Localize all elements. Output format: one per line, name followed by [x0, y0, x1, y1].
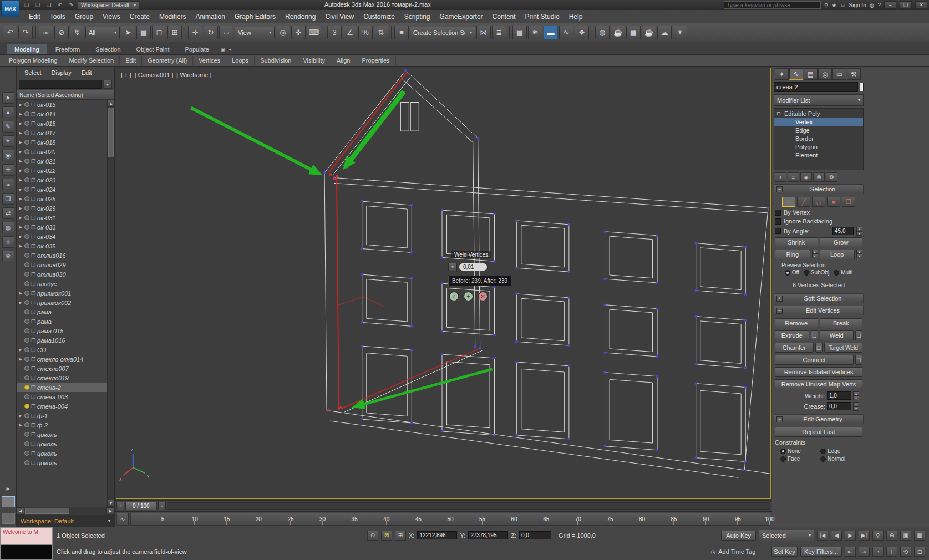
- timeline-tick[interactable]: 90: [674, 513, 706, 525]
- z-coordinate-field[interactable]: 0,0: [519, 531, 551, 539]
- caddy-title[interactable]: Weld Vertices: [451, 251, 491, 258]
- extrude-button[interactable]: Extrude: [775, 330, 809, 340]
- vertex-mode-button[interactable]: ∴: [782, 197, 795, 207]
- undo-button[interactable]: ↶: [3, 26, 17, 39]
- rendered-frame-button[interactable]: ▦: [626, 26, 641, 39]
- scene-object-row[interactable]: ❒ пандус: [17, 279, 107, 288]
- scrollbar-thumb[interactable]: [25, 508, 69, 514]
- caddy-ok-button[interactable]: ✓: [449, 292, 459, 301]
- modifier-stack-row[interactable]: Element: [774, 151, 863, 159]
- edit-named-sets-button[interactable]: ≡: [394, 26, 409, 39]
- scene-object-row[interactable]: ❒ рама 015: [17, 326, 107, 335]
- tab-display[interactable]: ▭: [832, 68, 846, 80]
- scene-object-row[interactable]: ▶ ❒ ок-031: [17, 213, 107, 222]
- menu-item[interactable]: Animation: [191, 11, 230, 22]
- scene-object-row[interactable]: ❒ рама1016: [17, 335, 107, 345]
- zoom-button[interactable]: ⚲: [872, 531, 884, 541]
- expand-arrow-icon[interactable]: ▶: [18, 216, 23, 220]
- spinner-control[interactable]: ▲▼: [856, 227, 862, 235]
- mirror-button[interactable]: ⋈: [476, 26, 491, 39]
- make-unique-button[interactable]: ◈: [800, 172, 812, 182]
- timeline-tick[interactable]: 50: [418, 513, 450, 525]
- redo-button[interactable]: ↷: [18, 26, 33, 39]
- ribbon-panel-title[interactable]: Modify Selection: [63, 56, 120, 65]
- scene-object-row[interactable]: ▶ ❒ ок-034: [17, 232, 107, 241]
- listener-macro-recorder[interactable]: Welcome to M: [0, 527, 53, 545]
- ring-spinner[interactable]: ▲▼: [812, 250, 818, 258]
- timeline-tick[interactable]: 55: [450, 513, 483, 525]
- toggle-scene-explorer-button[interactable]: ▤: [512, 26, 527, 39]
- selection-rollout-header[interactable]: − Selection: [774, 184, 864, 194]
- y-coordinate-field[interactable]: 27378,195: [468, 531, 508, 539]
- select-and-manipulate-button[interactable]: ✜: [291, 26, 306, 39]
- camera-viewport[interactable]: [ + ] [ Camera001 ] [ Wireframe ]: [116, 68, 771, 499]
- workspace-dropdown[interactable]: Workspace: Default ▾: [78, 1, 139, 9]
- named-selection-sets-dropdown[interactable]: Create Selection Se▾: [410, 27, 475, 38]
- timeline-tick[interactable]: 65: [514, 513, 546, 525]
- explorer-menu-item[interactable]: Display: [47, 68, 76, 77]
- fov-button[interactable]: ◔: [872, 547, 884, 557]
- ribbon-panel-title[interactable]: Geometry (All): [142, 56, 193, 65]
- shrink-button[interactable]: Shrink: [775, 237, 818, 247]
- polygon-mode-button[interactable]: ■: [827, 197, 840, 207]
- timeline-tick[interactable]: 25: [258, 513, 291, 525]
- ribbon-panel-title[interactable]: Align: [331, 56, 356, 65]
- repeat-last-button[interactable]: Repeat Last: [775, 427, 862, 437]
- explorer-column-header[interactable]: Name (Sorted Ascending): [17, 90, 114, 100]
- percent-snap-button[interactable]: %: [358, 26, 373, 39]
- menu-item[interactable]: GameExporter: [435, 11, 488, 22]
- help-icon[interactable]: ?: [877, 2, 881, 8]
- scene-object-row[interactable]: ▶ ❒ ок-022: [17, 166, 107, 175]
- remove-isolated-vertices-button[interactable]: Remove Isolated Vertices: [775, 367, 862, 377]
- remove-button[interactable]: Remove: [775, 318, 818, 328]
- ribbon-panel-title[interactable]: Polygon Modeling: [3, 56, 63, 65]
- scene-object-row[interactable]: ▶ ❒ ок-033: [17, 222, 107, 232]
- remove-modifier-button[interactable]: ⊗: [813, 172, 825, 182]
- a360-gallery-button[interactable]: ✶: [673, 26, 687, 39]
- viewport-canvas[interactable]: z x y: [116, 68, 770, 498]
- time-slider-handle[interactable]: 0 / 100: [125, 502, 157, 510]
- expand-arrow-icon[interactable]: ▶: [18, 131, 23, 135]
- scene-object-row[interactable]: ▶ ❒ ок-017: [17, 128, 107, 138]
- redo-quick-icon[interactable]: ↷: [67, 1, 75, 9]
- listener-script-pane[interactable]: [0, 545, 53, 560]
- weight-field[interactable]: 1,0: [827, 391, 851, 400]
- scene-object-row[interactable]: ▶ ❒ ок-015: [17, 119, 107, 128]
- timeline-tick[interactable]: 10: [163, 513, 195, 525]
- reference-coordinate-dropdown[interactable]: View▾: [235, 27, 275, 38]
- ribbon-tab[interactable]: Populate: [177, 44, 216, 54]
- scene-object-row[interactable]: ▶ ❒ ок-024: [17, 185, 107, 194]
- tab-modify[interactable]: ∿: [789, 68, 803, 80]
- layout-tabs-flyout-arrow[interactable]: ▶: [6, 486, 9, 491]
- timeline-tick[interactable]: 15: [195, 513, 227, 525]
- scroll-down-icon[interactable]: ▼: [108, 500, 114, 507]
- element-mode-button[interactable]: ❒: [842, 197, 855, 207]
- restore-button[interactable]: ❐: [900, 1, 912, 9]
- menu-item[interactable]: Edit: [24, 11, 45, 22]
- viewport-layout-tab[interactable]: [2, 513, 15, 524]
- orbit-button[interactable]: ⟲: [900, 547, 911, 557]
- stack-expand-toggle[interactable]: ⊟: [776, 111, 782, 116]
- scene-object-row[interactable]: ❒ цоколь: [17, 449, 107, 458]
- menu-item[interactable]: Print Studio: [521, 11, 564, 22]
- weld-settings-button[interactable]: □: [855, 330, 862, 340]
- expand-arrow-icon[interactable]: ▶: [18, 169, 23, 173]
- expand-arrow-icon[interactable]: ▶: [18, 423, 23, 427]
- menu-item[interactable]: Views: [98, 11, 125, 22]
- new-scene-icon[interactable]: ❏: [22, 1, 31, 9]
- modifier-list-dropdown[interactable]: Modifier List ▾: [774, 94, 864, 106]
- play-button[interactable]: ▶: [845, 531, 856, 541]
- scene-object-row[interactable]: ▶ ❒ ф-2: [17, 420, 107, 430]
- timeline-tick[interactable]: 60: [483, 513, 515, 525]
- timeline-tick[interactable]: 40: [354, 513, 387, 525]
- ribbon-panel-title[interactable]: Subdivision: [255, 56, 297, 65]
- expand-arrow-icon[interactable]: ▶: [18, 414, 23, 418]
- scrollbar-thumb[interactable]: [108, 108, 114, 157]
- constraint-radio[interactable]: Normal: [820, 456, 857, 462]
- explorer-menu-item[interactable]: Select: [20, 68, 46, 77]
- scene-object-row[interactable]: ▶ ❒ ок-013: [17, 100, 107, 109]
- render-production-button[interactable]: ☕: [642, 26, 656, 39]
- sign-in-button[interactable]: Sign In: [849, 2, 866, 8]
- select-and-rotate-button[interactable]: ↻: [204, 26, 218, 39]
- align-button[interactable]: ≣: [492, 26, 506, 39]
